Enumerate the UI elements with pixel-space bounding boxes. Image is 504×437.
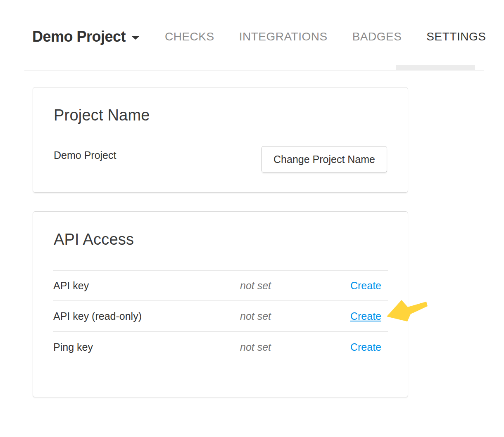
key-value: not set <box>240 341 350 353</box>
project-nav: CHECKS INTEGRATIONS BADGES SETTINGS <box>165 27 486 46</box>
project-name-card: Project Name Demo Project Change Project… <box>33 87 408 193</box>
current-project-name: Demo Project <box>54 149 116 161</box>
api-access-card: API Access API key not set Create API ke… <box>33 211 408 397</box>
table-row-ping-key: Ping key not set Create <box>53 332 388 362</box>
table-row-api-key-read-only: API key (read-only) not set Create <box>53 301 388 332</box>
api-access-card-title: API Access <box>54 230 134 249</box>
tab-integrations[interactable]: INTEGRATIONS <box>239 30 328 43</box>
tab-badges[interactable]: BADGES <box>352 30 402 43</box>
project-title: Demo Project <box>32 28 126 45</box>
key-value: not set <box>240 280 350 292</box>
create-ping-key-link[interactable]: Create <box>350 341 388 353</box>
settings-page: Demo Project CHECKS INTEGRATIONS BADGES … <box>0 0 504 437</box>
create-api-key-link[interactable]: Create <box>350 280 388 292</box>
tab-settings[interactable]: SETTINGS <box>426 30 486 43</box>
nav-divider <box>24 70 484 71</box>
project-switcher-dropdown[interactable]: Demo Project <box>32 27 140 46</box>
caret-down-icon <box>131 36 140 40</box>
tab-checks[interactable]: CHECKS <box>165 30 214 43</box>
key-label: API key <box>53 280 240 292</box>
create-readonly-api-key-link[interactable]: Create <box>350 310 388 322</box>
table-row-api-key: API key not set Create <box>53 271 388 301</box>
key-value: not set <box>240 310 350 322</box>
key-label: Ping key <box>53 341 240 353</box>
api-keys-table: API key not set Create API key (read-onl… <box>53 270 388 362</box>
change-project-name-button[interactable]: Change Project Name <box>262 146 387 172</box>
project-name-card-title: Project Name <box>54 106 150 125</box>
key-label: API key (read-only) <box>53 310 240 322</box>
